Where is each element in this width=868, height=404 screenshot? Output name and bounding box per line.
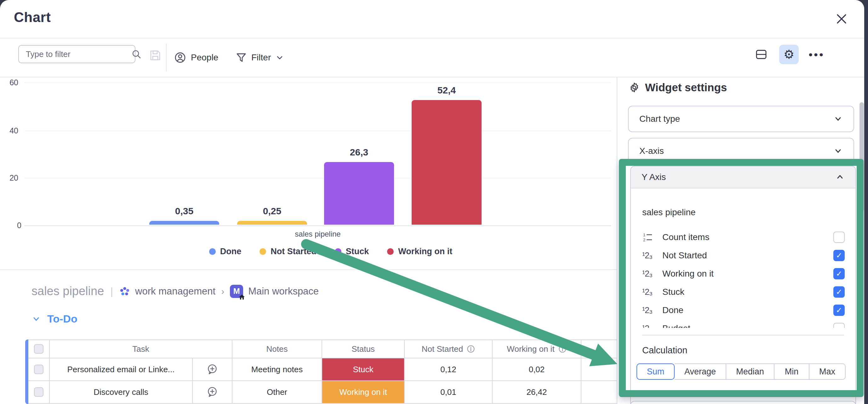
calculation-button-group: Sum Average Median Min Max bbox=[637, 363, 846, 380]
legend-dot bbox=[209, 248, 216, 255]
select-all-cell bbox=[28, 340, 50, 358]
breadcrumb-divider: | bbox=[109, 285, 114, 297]
notes-cell[interactable]: Meeting notes bbox=[232, 358, 322, 381]
ellipsis-icon: ••• bbox=[809, 48, 825, 61]
calc-average-button[interactable]: Average bbox=[675, 363, 726, 380]
notes-cell[interactable]: Other bbox=[232, 381, 322, 404]
bar-stuck[interactable]: 26,3 bbox=[324, 147, 394, 225]
workspace-avatar[interactable]: M bbox=[230, 285, 243, 298]
y-axis-item-clipped[interactable]: ¹2₃ Budget bbox=[631, 319, 856, 328]
page-title: Chart bbox=[14, 9, 51, 25]
numbers-column-icon: ¹2₃ bbox=[642, 305, 656, 315]
legend-item-done[interactable]: Done bbox=[209, 247, 242, 257]
column-header-not-started[interactable]: Not Started bbox=[405, 340, 493, 358]
board-preview: sales pipeline | work management › M Mai… bbox=[0, 270, 617, 404]
bar-done[interactable]: 0,35 bbox=[149, 206, 219, 225]
numbers-column-icon: ¹2₃ bbox=[642, 251, 656, 261]
working-on-it-cell[interactable]: 0,02 bbox=[493, 358, 581, 381]
checkbox-count-items[interactable] bbox=[833, 232, 845, 243]
people-button[interactable]: People bbox=[174, 48, 218, 67]
column-header-status[interactable]: Status bbox=[322, 340, 405, 358]
add-update-cell[interactable] bbox=[193, 381, 232, 404]
y-tick: 20 bbox=[0, 173, 18, 182]
chart-type-dropdown[interactable]: Chart type bbox=[628, 106, 854, 132]
checkbox-clipped-item[interactable] bbox=[833, 323, 845, 328]
working-on-it-cell[interactable]: 26,42 bbox=[493, 381, 581, 404]
board-name[interactable]: sales pipeline bbox=[31, 284, 104, 298]
row-checkbox[interactable] bbox=[34, 387, 43, 397]
bar-value-label: 0,25 bbox=[263, 206, 281, 216]
row-select-cell bbox=[28, 381, 50, 404]
task-cell[interactable]: Personalized email or Linke... bbox=[50, 358, 193, 381]
chart-widget-modal: Chart People Filter bbox=[0, 0, 864, 404]
split-view-icon bbox=[755, 48, 768, 61]
group-todo[interactable]: To-Do bbox=[31, 313, 78, 325]
status-cell[interactable]: Working on it bbox=[322, 381, 405, 404]
close-icon[interactable] bbox=[835, 12, 848, 25]
widget-settings-button[interactable]: ⚙ bbox=[779, 45, 799, 64]
add-update-cell[interactable] bbox=[193, 358, 232, 381]
select-all-checkbox[interactable] bbox=[34, 344, 43, 354]
checkbox-not-started[interactable]: ✓ bbox=[833, 250, 845, 261]
row-checkbox[interactable] bbox=[34, 365, 43, 374]
y-axis-item-working-on-it[interactable]: ¹2₃ Working on it ✓ bbox=[631, 265, 856, 283]
not-started-cell[interactable]: 0,01 bbox=[405, 381, 493, 404]
chevron-up-icon bbox=[835, 172, 845, 182]
status-cell[interactable]: Stuck bbox=[322, 358, 405, 381]
bar-value-label: 52,4 bbox=[437, 85, 456, 96]
empty-cell bbox=[581, 381, 617, 404]
legend-item-stuck[interactable]: Stuck bbox=[335, 247, 369, 257]
column-header-notes[interactable]: Notes bbox=[232, 340, 322, 358]
split-view-button[interactable] bbox=[751, 45, 771, 64]
x-axis-dropdown[interactable]: X-axis bbox=[628, 138, 854, 164]
calc-sum-button[interactable]: Sum bbox=[637, 363, 675, 380]
legend-item-working-on-it[interactable]: Working on it bbox=[387, 247, 452, 257]
y-axis-item-stuck[interactable]: ¹2₃ Stuck ✓ bbox=[631, 283, 856, 301]
checkbox-stuck[interactable]: ✓ bbox=[833, 286, 845, 298]
bar-chart: 60 40 20 0 0,35 0,25 26,3 52,4 sales pip… bbox=[0, 77, 617, 270]
panel-scrollbar[interactable] bbox=[860, 102, 864, 211]
bar-value-label: 26,3 bbox=[350, 147, 368, 158]
legend-item-not-started[interactable]: Not Started bbox=[259, 247, 316, 257]
y-axis-item-done[interactable]: ¹2₃ Done ✓ bbox=[631, 301, 856, 319]
chevron-down-icon bbox=[833, 114, 843, 124]
search-input[interactable] bbox=[19, 49, 131, 59]
calc-max-button[interactable]: Max bbox=[809, 363, 846, 380]
more-options-button[interactable]: ••• bbox=[807, 45, 827, 64]
next-settings-section-clipped[interactable] bbox=[630, 401, 856, 404]
y-axis-header[interactable]: Y Axis bbox=[630, 166, 856, 189]
column-header-working-on-it[interactable]: Working on it bbox=[493, 340, 581, 358]
count-items-icon: 12 bbox=[642, 232, 656, 243]
checkbox-working-on-it[interactable]: ✓ bbox=[833, 268, 845, 279]
title-bar: Chart bbox=[0, 0, 864, 38]
y-axis-item-not-started[interactable]: ¹2₃ Not Started ✓ bbox=[631, 246, 856, 265]
group-accent-bar bbox=[25, 339, 28, 404]
not-started-cell[interactable]: 0,12 bbox=[405, 358, 493, 381]
calc-median-button[interactable]: Median bbox=[726, 363, 774, 380]
workspace-name[interactable]: Main workspace bbox=[248, 286, 319, 297]
bar-not-started[interactable]: 0,25 bbox=[237, 206, 307, 225]
info-icon bbox=[467, 345, 475, 353]
filter-button[interactable]: Filter bbox=[236, 48, 284, 67]
column-header-empty bbox=[581, 340, 617, 358]
legend-dot bbox=[387, 248, 394, 255]
y-tick: 0 bbox=[3, 221, 22, 230]
column-header-task[interactable]: Task bbox=[50, 340, 232, 358]
chevron-down-icon bbox=[31, 314, 41, 324]
empty-cell bbox=[581, 358, 617, 381]
save-icon[interactable] bbox=[149, 49, 162, 62]
bar-working-on-it[interactable]: 52,4 bbox=[412, 85, 482, 225]
checkbox-done[interactable]: ✓ bbox=[833, 305, 845, 316]
y-axis-column-list: 12 Count items ¹2₃ Not Started ✓ ¹2₃ Wor… bbox=[631, 228, 856, 328]
filter-search-box[interactable] bbox=[18, 45, 135, 63]
calc-min-button[interactable]: Min bbox=[774, 363, 809, 380]
svg-text:1: 1 bbox=[643, 233, 645, 237]
y-tick: 60 bbox=[0, 78, 18, 87]
app-name[interactable]: work management bbox=[135, 286, 215, 297]
legend-dot bbox=[259, 248, 266, 255]
task-cell[interactable]: Discovery calls bbox=[50, 381, 193, 404]
calculation-label: Calculation bbox=[642, 345, 687, 356]
home-icon bbox=[239, 294, 245, 301]
y-axis-item-count-items[interactable]: 12 Count items bbox=[631, 228, 856, 246]
add-update-icon bbox=[206, 363, 219, 376]
